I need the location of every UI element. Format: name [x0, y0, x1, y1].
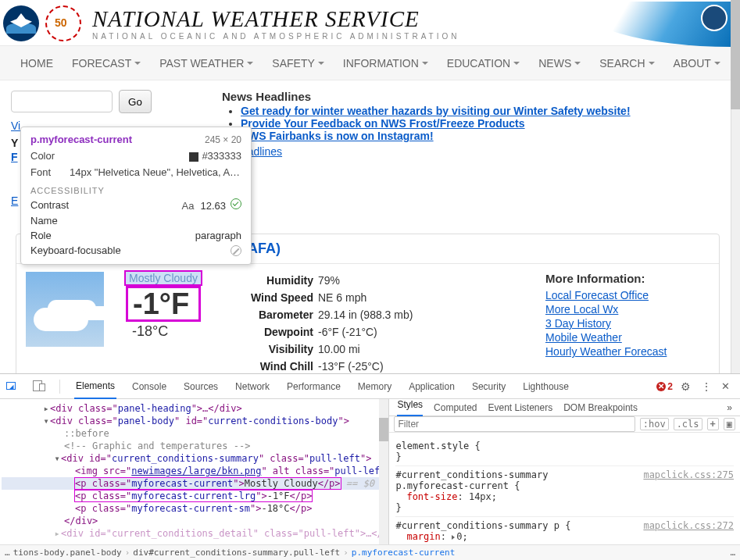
caret-down-icon — [513, 62, 520, 65]
el-img-src[interactable]: newimages/large/bkn.png — [131, 465, 261, 476]
close-devtools-icon[interactable] — [721, 380, 734, 393]
page-scrollbar-thumb[interactable] — [731, 0, 740, 109]
caret-down-icon — [134, 62, 141, 65]
caret-down-icon — [247, 62, 253, 65]
page-scrollbar[interactable] — [731, 0, 740, 373]
nav-education[interactable]: EDUCATION — [447, 57, 520, 70]
caret-down-icon — [649, 62, 655, 65]
devtools-tabbar: Elements Console Sources Network Perform… — [0, 374, 740, 399]
styles-tab-computed[interactable]: Computed — [434, 402, 477, 413]
headline-winter-safety[interactable]: Get ready for winter weather hazards by … — [241, 105, 631, 117]
tab-memory[interactable]: Memory — [356, 375, 393, 398]
tooltip-contrast-ratio: 12.63 — [200, 200, 226, 212]
crumb-current[interactable]: p.myforecast-current — [352, 548, 455, 558]
location-search-input[interactable] — [11, 91, 113, 112]
nav-about-label: ABOUT — [674, 57, 711, 70]
kv-visibility-label: Visibility — [227, 341, 318, 358]
device-toolbar-icon[interactable] — [33, 380, 45, 393]
view-link-truncated[interactable]: Vi — [11, 119, 20, 132]
headlines-title: News Headlines — [222, 90, 720, 103]
kv-dewpoint-value: -6°F (-21°C) — [318, 323, 377, 341]
tab-network[interactable]: Network — [234, 375, 271, 398]
nav-forecast[interactable]: FORECAST — [72, 57, 141, 70]
inspect-element-icon[interactable] — [6, 380, 19, 393]
link-mobile-weather[interactable]: Mobile Weather — [545, 330, 710, 344]
condition-sky-image — [26, 272, 104, 347]
el-text: Mostly Cloudy — [245, 478, 318, 489]
tab-elements[interactable]: Elements — [74, 374, 116, 399]
nav-safety[interactable]: SAFETY — [272, 57, 324, 70]
style-rules[interactable]: element.style { } mapclick.css:275 #curr… — [389, 433, 740, 550]
tooltip-color-value: #333333 — [202, 150, 241, 162]
styles-tab-dom-breakpoints[interactable]: DOM Breakpoints — [563, 402, 638, 413]
shorthand-expand-icon[interactable] — [452, 535, 455, 540]
el-close: </p> — [290, 490, 313, 501]
crumb-summary[interactable]: div#current_conditions-summary.pull-left — [133, 548, 340, 558]
elements-scrollbar[interactable] — [379, 399, 388, 544]
cls-toggle[interactable]: .cls — [674, 418, 702, 430]
el-mid: " class=" — [259, 453, 309, 464]
el-comment: <!-- Graphic and temperatures --> — [64, 441, 250, 451]
more-tabs-icon[interactable]: » — [727, 402, 732, 413]
el-close: </p> — [318, 478, 341, 489]
nav-information[interactable]: INFORMATION — [343, 57, 428, 70]
crumb-panel-body[interactable]: tions-body.panel-body — [13, 548, 122, 558]
rule-source-link[interactable]: mapclick.css:275 — [643, 469, 734, 480]
elements-tree[interactable]: ▸<div class="panel-heading">…</div> ▾<di… — [0, 399, 389, 544]
el-close: </p> — [290, 503, 313, 514]
rule-close: } — [395, 451, 734, 462]
hov-toggle[interactable]: :hov — [640, 418, 669, 430]
rule3-prop-value: 0; — [456, 531, 467, 542]
check-circle-icon — [231, 198, 241, 209]
tooltip-selector: p.myforecast-current — [30, 134, 132, 145]
tab-lighthouse[interactable]: Lighthouse — [521, 375, 570, 398]
kv-barometer-value: 29.14 in (988.3 mb) — [318, 306, 413, 323]
nav-news[interactable]: NEWS — [538, 57, 581, 70]
kv-windchill-value: -13°F (-25°C) — [318, 358, 384, 375]
el-attrv: pull-left — [334, 465, 385, 476]
nws-emblem-icon[interactable] — [701, 5, 727, 31]
styles-tab-styles[interactable]: Styles — [397, 399, 423, 416]
elements-scrollbar-thumb[interactable] — [379, 418, 388, 441]
new-style-rule-icon[interactable] — [707, 418, 719, 430]
styles-tab-event-listeners[interactable]: Event Listeners — [488, 402, 552, 413]
styles-filter-input[interactable] — [394, 416, 635, 432]
kebab-menu-icon[interactable] — [701, 380, 713, 393]
el-open: <div class=" — [50, 416, 118, 426]
color-swatch-icon — [189, 152, 198, 162]
tab-application[interactable]: Application — [407, 375, 456, 398]
toggle-layout-icon[interactable] — [724, 418, 735, 430]
nav-forecast-label: FORECAST — [72, 57, 131, 70]
nav-news-label: NEWS — [538, 57, 571, 70]
nav-home[interactable]: HOME — [20, 57, 53, 70]
kv-dewpoint-label: Dewpoint — [227, 323, 318, 341]
go-button[interactable]: Go — [119, 90, 152, 113]
site-header: NATIONAL WEATHER SERVICE NATIONAL OCEANI… — [0, 0, 740, 45]
el-close: "> — [360, 453, 371, 464]
tab-performance[interactable]: Performance — [285, 375, 342, 398]
headline-frost-feedback[interactable]: Provide Your Feedback on NWS Frost/Freez… — [241, 117, 525, 130]
nav-information-label: INFORMATION — [343, 57, 419, 70]
el-open: <div class=" — [50, 403, 118, 414]
link-hourly-forecast[interactable]: Hourly Weather Forecast — [545, 344, 710, 358]
link-more-local-wx[interactable]: More Local Wx — [545, 302, 710, 316]
gear-icon[interactable] — [681, 380, 693, 393]
link-3day-history[interactable]: 3 Day History — [545, 316, 710, 330]
kv-barometer-label: Barometer — [227, 306, 318, 323]
tooltip-a11y-section: ACCESSIBILITY — [30, 186, 241, 195]
caret-down-icon — [574, 62, 581, 65]
nav-past-weather[interactable]: PAST WEATHER — [159, 57, 253, 70]
local-office-link-truncated[interactable]: F — [11, 151, 18, 163]
nav-about[interactable]: ABOUT — [674, 57, 720, 70]
noaa-logo-group[interactable] — [3, 5, 81, 43]
tab-security[interactable]: Security — [470, 375, 507, 398]
error-count-badge[interactable]: ✕2 — [656, 381, 673, 392]
headline-fairbanks-instagram[interactable]: NWS Fairbanks is now on Instagram! — [241, 130, 434, 142]
en-espanol-link-truncated[interactable]: E — [11, 194, 18, 207]
nav-search[interactable]: SEARCH — [599, 57, 654, 70]
link-local-forecast-office[interactable]: Local Forecast Office — [545, 288, 710, 302]
tab-console[interactable]: Console — [130, 375, 168, 398]
nav-safety-label: SAFETY — [272, 57, 314, 70]
rule-source-link[interactable]: mapclick.css:272 — [643, 520, 734, 531]
tab-sources[interactable]: Sources — [182, 375, 220, 398]
